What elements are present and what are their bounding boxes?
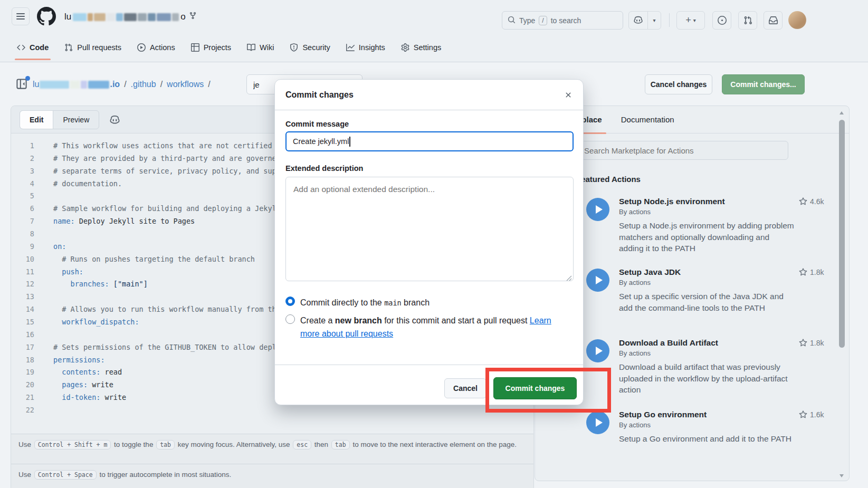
tab-edit[interactable]: Edit — [20, 111, 53, 129]
action-title[interactable]: Download a Build Artifact — [619, 338, 718, 348]
scroll-down-arrow-icon[interactable] — [840, 474, 844, 477]
redacted-block — [88, 13, 93, 21]
code-token: # documentation. — [53, 179, 122, 188]
breadcrumb-github-folder[interactable]: .github — [131, 80, 156, 89]
issues-icon[interactable] — [712, 11, 731, 30]
copilot-dropdown-caret[interactable]: ▾ — [648, 12, 661, 29]
copilot-icon[interactable] — [629, 12, 648, 29]
code-text: # Allows you to run this workflow manual… — [53, 305, 276, 313]
line-number: 6 — [11, 203, 34, 215]
line-number: 9 — [11, 241, 34, 253]
repo-tab-nav: Code Pull requests Actions Projects Wiki… — [0, 33, 868, 62]
tab-insights[interactable]: Insights — [341, 35, 390, 60]
commit-message-label: Commit message — [285, 120, 349, 128]
hamburger-menu-button[interactable] — [12, 7, 30, 25]
radio-new-branch[interactable]: Create a new branch for this commit and … — [285, 314, 560, 340]
redacted-block — [81, 81, 87, 89]
tab-wiki[interactable]: Wiki — [242, 35, 279, 60]
code-token: ["main"] — [113, 280, 148, 288]
code-line[interactable]: 22 — [11, 404, 533, 417]
pull-request-icon — [64, 43, 73, 52]
commit-message-input[interactable]: Create jekyll.yml — [285, 131, 574, 151]
resize-grip-icon[interactable] — [566, 274, 572, 283]
redacted-block — [70, 81, 80, 89]
search-icon — [508, 16, 516, 25]
action-author: By actions — [619, 349, 651, 357]
action-title[interactable]: Setup Node.js environment — [619, 197, 725, 206]
close-icon[interactable] — [560, 87, 577, 103]
code-token: read — [100, 368, 122, 376]
action-title[interactable]: Setup Java JDK — [619, 267, 681, 277]
code-token: push: — [62, 267, 83, 276]
redacted-block — [116, 13, 123, 21]
featured-actions-heading: Featured Actions — [576, 175, 641, 184]
scrollbar-thumb[interactable] — [839, 120, 845, 348]
breadcrumb-owner[interactable]: lu.io — [33, 80, 120, 89]
text-run: key moving focus. Alternatively, use — [176, 441, 292, 448]
line-number: 7 — [11, 215, 34, 228]
security-shield-icon — [290, 43, 298, 52]
tab-preview[interactable]: Preview — [53, 111, 99, 129]
repo-name-blur-blocks — [72, 12, 179, 22]
breadcrumb-workflows-folder[interactable]: workflows — [167, 80, 204, 89]
radio-commit-directly[interactable]: Commit directly to the main branch — [285, 296, 560, 310]
line-number: 2 — [11, 152, 34, 165]
side-panel-icon[interactable] — [16, 78, 28, 91]
tab-documentation[interactable]: Documentation — [621, 106, 674, 133]
create-new-button[interactable]: +▾ — [676, 11, 705, 30]
cancel-button[interactable]: Cancel — [444, 378, 487, 398]
radio-new-branch-label: Create a new branch for this commit and … — [300, 314, 560, 340]
star-icon — [799, 268, 807, 276]
code-token: # Sets permissions of the GITHUB_TOKEN t… — [53, 343, 276, 351]
action-stars: 1.6k — [799, 410, 824, 419]
copilot-editor-icon[interactable] — [109, 114, 120, 128]
extended-description-label: Extended description — [285, 164, 363, 173]
global-search-input[interactable]: Type / to search — [502, 11, 623, 30]
edit-preview-toggle: Edit Preview — [20, 110, 99, 129]
code-token: # They are provided by a third-party and… — [53, 154, 276, 162]
fork-icon — [189, 12, 197, 22]
modal-title: Commit changes — [285, 90, 354, 100]
pull-requests-icon[interactable] — [738, 11, 757, 30]
scroll-up-arrow-icon[interactable] — [840, 111, 844, 114]
code-text: # This workflow uses actions that are no… — [53, 141, 272, 150]
action-title[interactable]: Setup Go environment — [619, 410, 707, 419]
code-text: contents: read — [53, 368, 122, 376]
code-token — [53, 393, 62, 401]
tab-pull-requests[interactable]: Pull requests — [59, 35, 127, 60]
accessibility-hint-2: Use Control + Space to trigger autocompl… — [11, 464, 533, 488]
line-number: 21 — [11, 391, 34, 404]
code-token: id-token: — [62, 393, 100, 401]
tab-security[interactable]: Security — [284, 35, 335, 60]
star-icon — [799, 410, 807, 419]
github-logo-icon[interactable] — [37, 7, 56, 28]
tab-actions[interactable]: Actions — [132, 35, 180, 60]
kbd-key: tab — [156, 440, 175, 449]
user-avatar[interactable] — [788, 11, 806, 29]
tab-actions-label: Actions — [150, 43, 175, 52]
action-author: By actions — [619, 421, 651, 429]
inbox-icon[interactable] — [764, 11, 783, 30]
tab-wiki-label: Wiki — [260, 43, 274, 52]
line-number: 18 — [11, 354, 34, 367]
redacted-block — [124, 13, 137, 21]
extended-description-textarea[interactable] — [285, 177, 574, 281]
code-text: push: — [53, 267, 83, 276]
radio-selected-icon[interactable] — [285, 296, 295, 306]
repo-name-redacted[interactable]: lu o — [64, 10, 197, 24]
action-description: Setup a Node.js environment by adding pr… — [619, 220, 795, 254]
radio-unselected-icon[interactable] — [285, 314, 295, 324]
star-count: 4.6k — [810, 197, 824, 206]
line-number: 20 — [11, 379, 34, 391]
redacted-block — [107, 13, 115, 21]
tab-code[interactable]: Code — [12, 35, 54, 60]
line-number: 13 — [11, 291, 34, 303]
tab-settings[interactable]: Settings — [396, 35, 446, 60]
commit-changes-header-button[interactable]: Commit changes... — [722, 74, 805, 94]
cancel-changes-button[interactable]: Cancel changes — [645, 74, 712, 94]
code-text: # They are provided by a third-party and… — [53, 154, 276, 162]
sidebar-scrollbar[interactable] — [838, 109, 845, 477]
tab-projects[interactable]: Projects — [186, 35, 236, 60]
tab-pull-requests-label: Pull requests — [77, 43, 121, 52]
line-number: 11 — [11, 266, 34, 279]
